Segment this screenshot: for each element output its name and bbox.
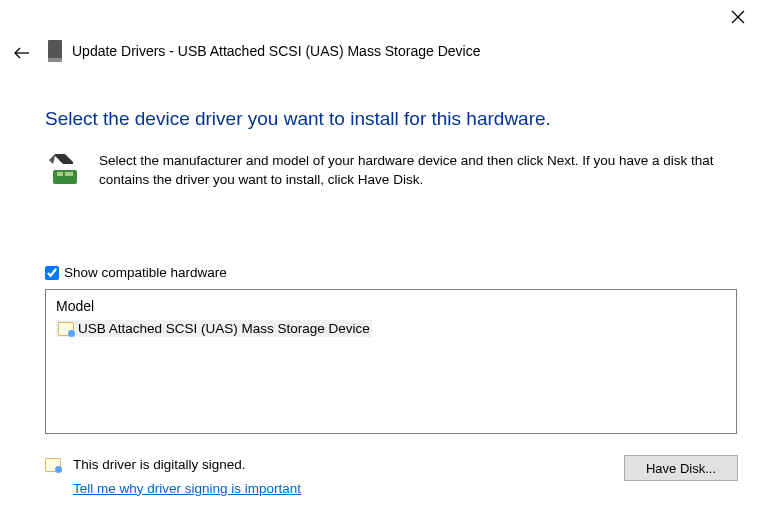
window-title: Update Drivers - USB Attached SCSI (UAS)… bbox=[72, 43, 480, 59]
svg-marker-3 bbox=[55, 154, 73, 164]
svg-rect-6 bbox=[57, 172, 63, 176]
window-header: Update Drivers - USB Attached SCSI (UAS)… bbox=[48, 40, 480, 62]
svg-marker-4 bbox=[49, 154, 55, 164]
signing-block: This driver is digitally signed. Tell me… bbox=[45, 455, 301, 498]
list-header: Model bbox=[56, 298, 726, 314]
compat-checkbox-row[interactable]: Show compatible hardware bbox=[45, 265, 227, 280]
compat-checkbox-label: Show compatible hardware bbox=[64, 265, 227, 280]
instruction-text: Select the manufacturer and model of you… bbox=[99, 152, 731, 190]
close-button[interactable] bbox=[731, 10, 745, 28]
page-heading: Select the device driver you want to ins… bbox=[45, 108, 551, 130]
signing-status: This driver is digitally signed. bbox=[73, 455, 301, 475]
back-button[interactable] bbox=[14, 46, 30, 64]
svg-rect-7 bbox=[65, 172, 73, 176]
instruction-row: Select the manufacturer and model of you… bbox=[45, 152, 731, 190]
list-item-label: USB Attached SCSI (UAS) Mass Storage Dev… bbox=[78, 321, 370, 336]
certificate-icon bbox=[45, 458, 61, 472]
list-item[interactable]: USB Attached SCSI (UAS) Mass Storage Dev… bbox=[56, 320, 372, 337]
certificate-icon bbox=[58, 322, 74, 336]
compat-checkbox[interactable] bbox=[45, 266, 59, 280]
footer-row: This driver is digitally signed. Tell me… bbox=[45, 455, 738, 498]
signing-link[interactable]: Tell me why driver signing is important bbox=[73, 479, 301, 499]
have-disk-button[interactable]: Have Disk... bbox=[624, 455, 738, 481]
hardware-icon bbox=[45, 152, 81, 184]
drive-icon bbox=[48, 40, 62, 62]
driver-list[interactable]: Model USB Attached SCSI (UAS) Mass Stora… bbox=[45, 289, 737, 434]
